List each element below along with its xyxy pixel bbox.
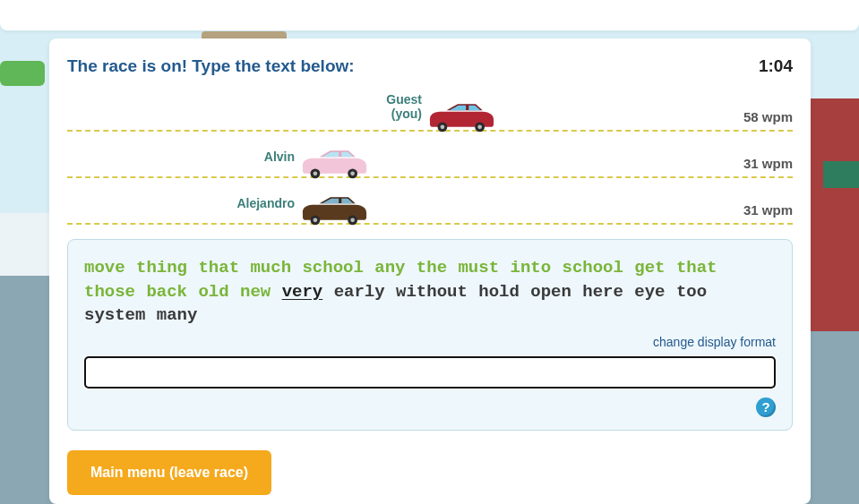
racer-wpm: 31 wpm [743,202,793,218]
racer-label: Alvin [264,150,295,164]
svg-point-1 [441,125,445,130]
main-menu-button[interactable]: Main menu (leave race) [67,450,271,495]
typing-card: move thing that much school any the must… [67,239,793,431]
help-row: ? [84,397,776,417]
racer-car [298,195,368,226]
svg-point-3 [477,125,482,130]
car-icon [298,195,368,226]
race-track: Alvin 31 wpm [67,133,793,178]
top-white-bar [0,0,859,30]
race-track: Alejandro 31 wpm [67,180,793,225]
help-glyph: ? [761,399,769,414]
racer-wpm: 58 wpm [743,109,793,124]
racer-car [425,102,495,132]
help-icon[interactable]: ? [756,397,776,417]
typing-text: move thing that much school any the must… [84,256,776,328]
race-panel: The race is on! Type the text below: 1:0… [49,38,811,504]
change-display-format-link[interactable]: change display format [84,335,776,349]
svg-point-5 [314,172,318,176]
racer-label: Alejandro [236,197,295,210]
bg-books [823,161,859,188]
panel-title: The race is on! Type the text below: [67,56,355,76]
panel-header: The race is on! Type the text below: 1:0… [67,56,793,76]
svg-point-11 [350,218,355,223]
racer-name: Alejandro [236,196,295,210]
car-icon [298,149,368,179]
racer-car [298,149,368,179]
current-word: very [282,282,323,302]
typing-input[interactable] [84,356,776,389]
racer-sublabel: (you) [391,107,422,121]
race-timer: 1:04 [759,56,793,76]
svg-point-9 [314,218,318,223]
svg-point-7 [350,172,355,176]
race-tracks: Guest(you) 58 wpmAlvin 31 wpmAlejandro 3… [67,87,793,225]
racer-label: Guest(you) [386,93,422,121]
car-icon [425,102,495,132]
racer-name: Alvin [264,149,295,164]
race-track: Guest(you) 58 wpm [67,87,793,132]
racer-name: Guest [386,92,422,107]
bg-green-block [0,61,45,86]
racer-wpm: 31 wpm [743,156,793,171]
